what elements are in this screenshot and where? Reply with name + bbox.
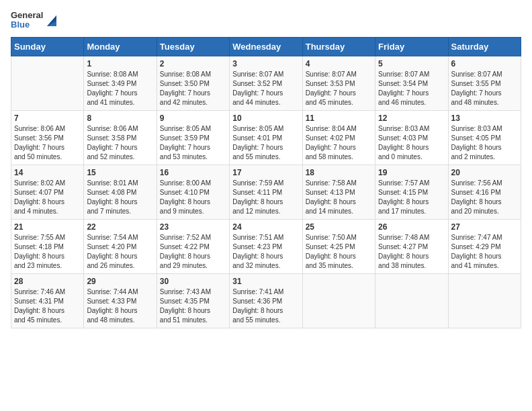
day-info: Sunrise: 8:04 AM Sunset: 4:02 PM Dayligh… [306, 124, 372, 162]
header-tuesday: Tuesday [157, 37, 229, 56]
day-number: 13 [451, 113, 518, 123]
calendar-cell: 20Sunrise: 7:56 AM Sunset: 4:16 PM Dayli… [448, 165, 521, 219]
calendar-cell: 24Sunrise: 7:51 AM Sunset: 4:23 PM Dayli… [230, 219, 302, 273]
day-number: 9 [160, 113, 226, 123]
week-row-5: 28Sunrise: 7:46 AM Sunset: 4:31 PM Dayli… [11, 273, 521, 328]
day-number: 6 [451, 59, 518, 68]
day-number: 26 [378, 222, 445, 232]
logo-triangle-icon [44, 13, 59, 28]
day-number: 11 [306, 113, 372, 123]
week-row-4: 21Sunrise: 7:55 AM Sunset: 4:18 PM Dayli… [11, 219, 521, 273]
header-sunday: Sunday [11, 37, 84, 56]
day-number: 3 [232, 59, 299, 68]
calendar-cell: 21Sunrise: 7:55 AM Sunset: 4:18 PM Dayli… [11, 219, 84, 273]
day-number: 14 [14, 168, 81, 177]
calendar-cell: 25Sunrise: 7:50 AM Sunset: 4:25 PM Dayli… [302, 219, 375, 273]
day-info: Sunrise: 8:07 AM Sunset: 3:53 PM Dayligh… [306, 70, 372, 107]
day-info: Sunrise: 8:05 AM Sunset: 3:59 PM Dayligh… [160, 124, 226, 162]
calendar-header-row: SundayMondayTuesdayWednesdayThursdayFrid… [11, 37, 521, 56]
day-number: 15 [87, 168, 153, 177]
day-info: Sunrise: 8:08 AM Sunset: 3:49 PM Dayligh… [87, 70, 153, 107]
day-info: Sunrise: 7:58 AM Sunset: 4:13 PM Dayligh… [306, 179, 372, 216]
day-info: Sunrise: 8:08 AM Sunset: 3:50 PM Dayligh… [160, 70, 226, 107]
calendar-cell: 9Sunrise: 8:05 AM Sunset: 3:59 PM Daylig… [157, 110, 229, 165]
day-number: 18 [306, 168, 372, 177]
calendar-cell: 23Sunrise: 7:52 AM Sunset: 4:22 PM Dayli… [157, 219, 229, 273]
logo: General Blue [11, 11, 59, 30]
day-info: Sunrise: 7:56 AM Sunset: 4:16 PM Dayligh… [451, 179, 518, 216]
day-number: 29 [87, 277, 153, 286]
day-info: Sunrise: 8:07 AM Sunset: 3:52 PM Dayligh… [232, 70, 299, 107]
day-number: 16 [160, 168, 226, 177]
day-info: Sunrise: 8:07 AM Sunset: 3:54 PM Dayligh… [378, 70, 445, 107]
day-info: Sunrise: 7:55 AM Sunset: 4:18 PM Dayligh… [14, 233, 81, 271]
day-number: 2 [160, 59, 226, 68]
day-number: 4 [306, 59, 372, 68]
day-number: 22 [87, 222, 153, 232]
calendar-cell: 22Sunrise: 7:54 AM Sunset: 4:20 PM Dayli… [84, 219, 157, 273]
week-row-1: 1Sunrise: 8:08 AM Sunset: 3:49 PM Daylig… [11, 56, 521, 110]
day-info: Sunrise: 8:02 AM Sunset: 4:07 PM Dayligh… [14, 179, 81, 216]
calendar-cell [302, 273, 375, 328]
calendar-cell: 3Sunrise: 8:07 AM Sunset: 3:52 PM Daylig… [230, 56, 302, 110]
calendar-cell: 19Sunrise: 7:57 AM Sunset: 4:15 PM Dayli… [375, 165, 448, 219]
day-number: 17 [232, 168, 299, 177]
logo-wrapper: General Blue [11, 11, 59, 30]
calendar-cell [448, 273, 521, 328]
header-friday: Friday [375, 37, 448, 56]
calendar-cell [11, 56, 84, 110]
day-number: 24 [232, 222, 299, 232]
day-info: Sunrise: 8:01 AM Sunset: 4:08 PM Dayligh… [87, 179, 153, 216]
calendar-cell: 2Sunrise: 8:08 AM Sunset: 3:50 PM Daylig… [157, 56, 229, 110]
calendar-table: SundayMondayTuesdayWednesdayThursdayFrid… [11, 37, 521, 328]
day-info: Sunrise: 7:48 AM Sunset: 4:27 PM Dayligh… [378, 233, 445, 271]
calendar-cell: 13Sunrise: 8:03 AM Sunset: 4:05 PM Dayli… [448, 110, 521, 165]
day-info: Sunrise: 8:05 AM Sunset: 4:01 PM Dayligh… [232, 124, 299, 162]
logo-general: General [11, 11, 43, 20]
calendar-cell: 5Sunrise: 8:07 AM Sunset: 3:54 PM Daylig… [375, 56, 448, 110]
day-info: Sunrise: 7:44 AM Sunset: 4:33 PM Dayligh… [87, 287, 153, 325]
day-info: Sunrise: 8:03 AM Sunset: 4:03 PM Dayligh… [378, 124, 445, 162]
day-number: 20 [451, 168, 518, 177]
week-row-2: 7Sunrise: 8:06 AM Sunset: 3:56 PM Daylig… [11, 110, 521, 165]
header-wednesday: Wednesday [230, 37, 302, 56]
day-info: Sunrise: 7:50 AM Sunset: 4:25 PM Dayligh… [306, 233, 372, 271]
calendar-cell: 12Sunrise: 8:03 AM Sunset: 4:03 PM Dayli… [375, 110, 448, 165]
calendar-cell: 26Sunrise: 7:48 AM Sunset: 4:27 PM Dayli… [375, 219, 448, 273]
day-number: 5 [378, 59, 445, 68]
day-number: 7 [14, 113, 81, 123]
calendar-cell: 28Sunrise: 7:46 AM Sunset: 4:31 PM Dayli… [11, 273, 84, 328]
day-number: 30 [160, 277, 226, 286]
day-info: Sunrise: 8:06 AM Sunset: 3:58 PM Dayligh… [87, 124, 153, 162]
day-number: 12 [378, 113, 445, 123]
calendar-cell: 18Sunrise: 7:58 AM Sunset: 4:13 PM Dayli… [302, 165, 375, 219]
day-info: Sunrise: 7:52 AM Sunset: 4:22 PM Dayligh… [160, 233, 226, 271]
day-info: Sunrise: 8:03 AM Sunset: 4:05 PM Dayligh… [451, 124, 518, 162]
day-info: Sunrise: 7:43 AM Sunset: 4:35 PM Dayligh… [160, 287, 226, 325]
calendar-cell: 6Sunrise: 8:07 AM Sunset: 3:55 PM Daylig… [448, 56, 521, 110]
calendar-cell: 29Sunrise: 7:44 AM Sunset: 4:33 PM Dayli… [84, 273, 157, 328]
day-number: 10 [232, 113, 299, 123]
week-row-3: 14Sunrise: 8:02 AM Sunset: 4:07 PM Dayli… [11, 165, 521, 219]
day-info: Sunrise: 7:57 AM Sunset: 4:15 PM Dayligh… [378, 179, 445, 216]
page-header: General Blue [11, 11, 521, 30]
header-monday: Monday [84, 37, 157, 56]
day-number: 1 [87, 59, 153, 68]
calendar-cell: 8Sunrise: 8:06 AM Sunset: 3:58 PM Daylig… [84, 110, 157, 165]
calendar-cell: 17Sunrise: 7:59 AM Sunset: 4:11 PM Dayli… [230, 165, 302, 219]
day-number: 28 [14, 277, 81, 286]
calendar-cell: 31Sunrise: 7:41 AM Sunset: 4:36 PM Dayli… [230, 273, 302, 328]
day-info: Sunrise: 7:51 AM Sunset: 4:23 PM Dayligh… [232, 233, 299, 271]
day-number: 8 [87, 113, 153, 123]
day-number: 19 [378, 168, 445, 177]
calendar-cell: 30Sunrise: 7:43 AM Sunset: 4:35 PM Dayli… [157, 273, 229, 328]
day-info: Sunrise: 7:47 AM Sunset: 4:29 PM Dayligh… [451, 233, 518, 271]
calendar-cell: 14Sunrise: 8:02 AM Sunset: 4:07 PM Dayli… [11, 165, 84, 219]
day-info: Sunrise: 8:00 AM Sunset: 4:10 PM Dayligh… [160, 179, 226, 216]
calendar-cell: 1Sunrise: 8:08 AM Sunset: 3:49 PM Daylig… [84, 56, 157, 110]
logo-blue: Blue [11, 20, 43, 30]
logo-text: General Blue [11, 11, 43, 30]
calendar-cell: 7Sunrise: 8:06 AM Sunset: 3:56 PM Daylig… [11, 110, 84, 165]
calendar-cell [375, 273, 448, 328]
day-number: 27 [451, 222, 518, 232]
